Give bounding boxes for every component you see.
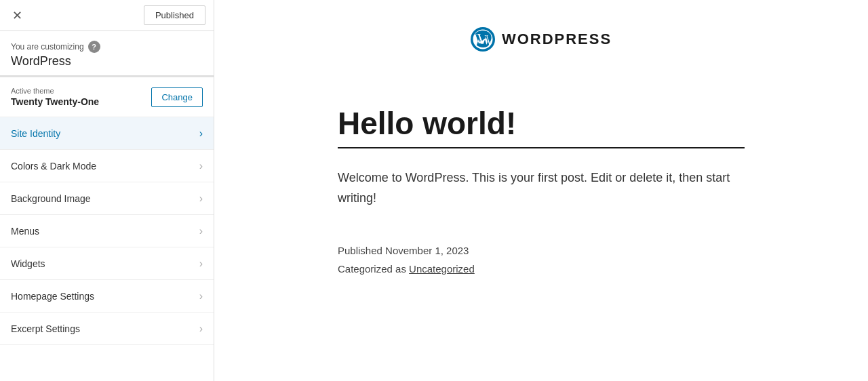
chevron-right-icon: › xyxy=(199,258,203,270)
nav-item-homepage-settings[interactable]: Homepage Settings › xyxy=(0,280,214,313)
help-icon[interactable]: ? xyxy=(88,41,100,53)
category-link[interactable]: Uncategorized xyxy=(409,263,475,275)
nav-item-excerpt-settings[interactable]: Excerpt Settings › xyxy=(0,313,214,345)
nav-item-widgets[interactable]: Widgets › xyxy=(0,247,214,280)
customizing-section: You are customizing ? WordPress xyxy=(0,31,214,77)
nav-item-menus[interactable]: Menus › xyxy=(0,215,214,247)
chevron-right-icon: › xyxy=(199,290,203,302)
theme-section: Active theme Twenty Twenty-One Change xyxy=(0,77,214,117)
chevron-right-icon: › xyxy=(199,193,203,205)
published-button[interactable]: Published xyxy=(144,5,205,25)
chevron-right-icon: › xyxy=(199,127,203,140)
customizing-label: You are customizing ? xyxy=(11,41,203,53)
post-meta: Published November 1, 2023 Categorized a… xyxy=(338,241,745,278)
theme-label: Active theme xyxy=(11,87,99,95)
post-body: Welcome to WordPress. This is your first… xyxy=(338,167,745,209)
preview-post: Hello world! Welcome to WordPress. This … xyxy=(338,106,745,278)
nav-item-background-image[interactable]: Background Image › xyxy=(0,182,214,215)
theme-name: Twenty Twenty-One xyxy=(11,96,99,107)
nav-item-site-identity[interactable]: Site Identity › xyxy=(0,117,214,150)
site-name: WORDPRESS xyxy=(502,31,612,48)
chevron-right-icon: › xyxy=(199,323,203,335)
nav-menu: Site Identity › Colors & Dark Mode › Bac… xyxy=(0,117,214,381)
post-category: Categorized as Uncategorized xyxy=(338,260,745,278)
close-button[interactable]: ✕ xyxy=(8,7,26,24)
theme-info: Active theme Twenty Twenty-One xyxy=(11,87,99,107)
site-logo-area: WORDPRESS xyxy=(471,27,612,52)
nav-item-colors-dark-mode[interactable]: Colors & Dark Mode › xyxy=(0,150,214,182)
chevron-right-icon: › xyxy=(199,225,203,237)
site-preview: WORDPRESS Hello world! Welcome to WordPr… xyxy=(214,0,868,381)
wordpress-logo-icon xyxy=(471,27,495,52)
site-title: WordPress xyxy=(11,54,203,68)
post-published-date: Published November 1, 2023 xyxy=(338,241,745,260)
chevron-right-icon: › xyxy=(199,160,203,172)
change-theme-button[interactable]: Change xyxy=(151,87,203,107)
sidebar-header: ✕ Published xyxy=(0,0,214,31)
customizer-sidebar: ✕ Published You are customizing ? WordPr… xyxy=(0,0,214,381)
post-title: Hello world! xyxy=(338,106,745,148)
